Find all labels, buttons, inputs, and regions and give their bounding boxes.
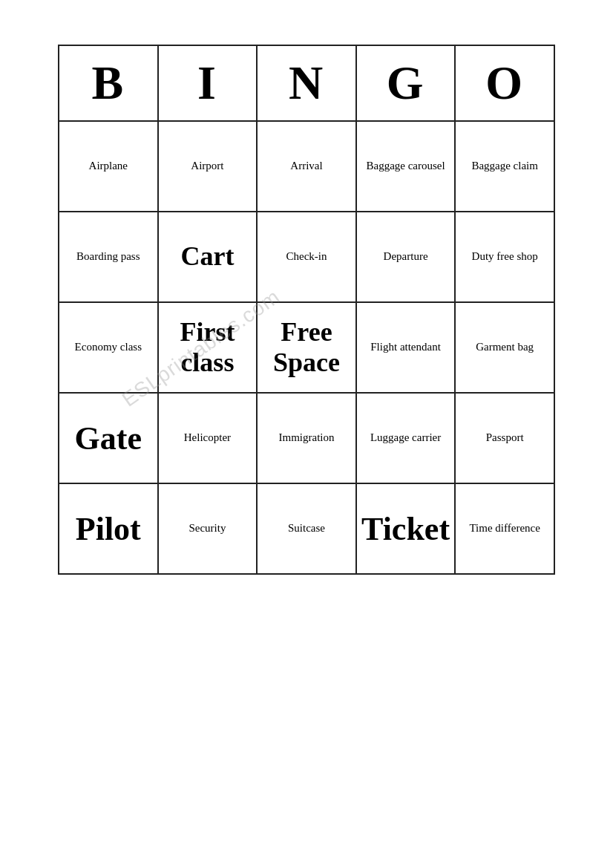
cell-r4-c3: Immigration [258, 394, 357, 483]
cell-r2-c5: Duty free shop [456, 212, 554, 301]
cell-r4-c2: Helicopter [159, 394, 258, 483]
bingo-card: BINGO AirplaneAirportArrivalBaggage caro… [58, 45, 555, 575]
cell-r5-c2: Security [159, 484, 258, 573]
cell-r2-c1: Boarding pass [59, 212, 159, 301]
cell-r2-c2: Cart [159, 212, 258, 301]
page: BINGO AirplaneAirportArrivalBaggage caro… [0, 0, 613, 868]
row-1: AirplaneAirportArrivalBaggage carouselBa… [59, 122, 554, 212]
cell-r3-c5: Garment bag [456, 303, 554, 392]
cell-r1-c2: Airport [159, 122, 258, 211]
header-row: BINGO [59, 46, 554, 122]
cell-r2-c4: Departure [357, 212, 456, 301]
cell-r1-c3: Arrival [258, 122, 357, 211]
cell-r1-c5: Baggage claim [456, 122, 554, 211]
cell-r3-c2: First class [159, 303, 258, 392]
cell-r5-c4: Ticket [357, 484, 456, 573]
cell-r5-c3: Suitcase [258, 484, 357, 573]
header-cell-g: G [357, 46, 456, 120]
cell-r5-c1: Pilot [59, 484, 159, 573]
row-3: Economy classFirst classFree SpaceFlight… [59, 303, 554, 394]
row-4: GateHelicopterImmigrationLuggage carrier… [59, 394, 554, 484]
row-5: PilotSecuritySuitcaseTicketTime differen… [59, 484, 554, 573]
cell-r3-c1: Economy class [59, 303, 159, 392]
cell-r3-c4: Flight attendant [357, 303, 456, 392]
cell-r3-c3: Free Space [258, 303, 357, 392]
cell-r5-c5: Time difference [456, 484, 554, 573]
header-cell-n: N [258, 46, 357, 120]
header-cell-i: I [159, 46, 258, 120]
header-cell-b: B [59, 46, 159, 120]
cell-r4-c5: Passport [456, 394, 554, 483]
cell-r4-c4: Luggage carrier [357, 394, 456, 483]
cell-r1-c1: Airplane [59, 122, 159, 211]
bingo-card-wrapper: BINGO AirplaneAirportArrivalBaggage caro… [58, 45, 555, 575]
header-cell-o: O [456, 46, 554, 120]
cell-r1-c4: Baggage carousel [357, 122, 456, 211]
cell-r2-c3: Check-in [258, 212, 357, 301]
row-2: Boarding passCartCheck-inDepartureDuty f… [59, 212, 554, 303]
cell-r4-c1: Gate [59, 394, 159, 483]
